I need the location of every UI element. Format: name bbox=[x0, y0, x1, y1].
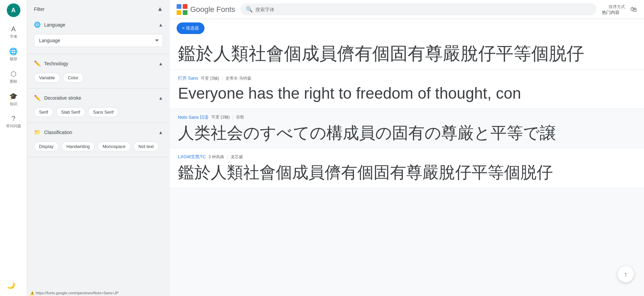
technology-icon: ✏️ bbox=[34, 60, 41, 67]
language-icon: 🌐 bbox=[34, 21, 41, 28]
decorative-stroke-chevron-icon: ▲ bbox=[158, 95, 163, 101]
chip-monospace[interactable]: Monospace bbox=[97, 142, 130, 151]
warning-icon: ⚠️ bbox=[30, 291, 35, 295]
font-card-1: Noto Sans 日语 可变 (1轴) | 谷歌 人类社会のすべての構成員の固… bbox=[170, 109, 644, 149]
filter-section-classification-label: Classification bbox=[44, 130, 72, 135]
filter-header: Filter ▲ bbox=[27, 0, 170, 15]
sidebar-item-label: 图标 bbox=[10, 79, 17, 84]
google-fonts-logo-icon bbox=[177, 4, 187, 15]
font-author-2: 龙芯威 bbox=[231, 154, 243, 160]
sort-label: 排序方式 bbox=[609, 4, 625, 10]
font-name-2[interactable]: LXGW文凯TC bbox=[178, 154, 206, 160]
chip-display[interactable]: Display bbox=[34, 142, 59, 151]
sort-select[interactable]: 热门内容 bbox=[602, 10, 625, 15]
svg-rect-1 bbox=[183, 4, 187, 9]
font-preview-1: 人类社会のすべての構成員の固有の尊厳と平等で譲 bbox=[178, 123, 636, 143]
font-name-1[interactable]: Noto Sans 日语 bbox=[178, 114, 209, 120]
font-author-0: 史蒂夫·马特森 bbox=[226, 76, 251, 81]
filter-section-classification-header[interactable]: 📁 Classification ▲ bbox=[34, 126, 163, 139]
scroll-up-button[interactable]: ↑ bbox=[618, 266, 634, 282]
filter-section-technology-header[interactable]: ✏️ Technology ▲ bbox=[34, 57, 163, 70]
font-card-top: 鑑於人類社會個成員儕有個固有尊嚴脫仔平等個脱仔 bbox=[170, 37, 644, 70]
font-preview-top: 鑑於人類社會個成員儕有個固有尊嚴脫仔平等個脱仔 bbox=[178, 43, 636, 64]
sidebar-item-label: 能登 bbox=[10, 56, 17, 62]
status-url: ⚠️ https://fonts.google.com/specimen/Not… bbox=[27, 290, 121, 296]
filter-title: Filter bbox=[34, 6, 44, 12]
filter-close-button[interactable]: ▲ bbox=[157, 5, 163, 13]
technology-chips: Variable Color bbox=[34, 70, 163, 84]
filter-section-language-header[interactable]: 🌐 Language ▲ bbox=[34, 18, 163, 31]
classification-icon: 📁 bbox=[34, 129, 41, 135]
language-select[interactable]: Language bbox=[34, 34, 163, 47]
filter-active-button[interactable]: × 筛选器 bbox=[177, 22, 204, 34]
classification-chevron-icon: ▲ bbox=[158, 130, 163, 135]
sidebar-item-label: 常问问题 bbox=[6, 124, 21, 129]
search-input[interactable] bbox=[255, 7, 591, 12]
avatar[interactable]: A bbox=[7, 3, 20, 17]
sidebar-item-label: 字体 bbox=[10, 34, 17, 39]
filter-section-language: 🌐 Language ▲ Language bbox=[27, 15, 170, 54]
svg-rect-0 bbox=[177, 4, 181, 9]
sidebar-item-faq[interactable]: ? 常问问题 bbox=[0, 112, 27, 131]
filter-section-technology: ✏️ Technology ▲ Variable Color bbox=[27, 54, 170, 88]
chip-sans-serif[interactable]: Sans Serif bbox=[88, 107, 119, 117]
font-name-0[interactable]: 打开 Sans bbox=[178, 75, 198, 81]
topbar: Google Fonts 🔍 排序方式 热门内容 🛍 bbox=[170, 0, 644, 19]
filter-section-classification: 📁 Classification ▲ Display Handwriting M… bbox=[27, 123, 170, 157]
font-list: 鑑於人類社會個成員儕有個固有尊嚴脫仔平等個脱仔 打开 Sans 可变 (3轴) … bbox=[170, 37, 644, 296]
filter-section-decorative-stroke-label: Decorative stroke bbox=[44, 95, 81, 101]
main-content: Google Fonts 🔍 排序方式 热门内容 🛍 × 筛选器 鑑於人類社會個… bbox=[170, 0, 644, 296]
font-preview-2: 鑑於人類社會個成員儕有個固有尊嚴脫仔平等個脱仔 bbox=[178, 163, 636, 182]
decorative-stroke-icon: ✏️ bbox=[34, 95, 41, 101]
chip-not-text[interactable]: Not text bbox=[133, 142, 159, 151]
globe-icon: 🌐 bbox=[9, 47, 18, 55]
font-sep-0: | bbox=[222, 76, 223, 81]
sidebar-item-knowledge[interactable]: 🌐 能登 bbox=[0, 45, 27, 64]
logo-area: Google Fonts bbox=[177, 4, 235, 15]
filter-section-language-label: Language bbox=[44, 22, 65, 28]
logo-text: Google Fonts bbox=[190, 5, 235, 14]
search-bar[interactable]: 🔍 bbox=[240, 3, 596, 15]
filter-section-decorative-stroke: ✏️ Decorative stroke ▲ Serif Slab Serif … bbox=[27, 88, 170, 123]
graduation-icon: 🎓 bbox=[9, 92, 18, 100]
chip-serif[interactable]: Serif bbox=[34, 107, 53, 117]
font-preview-0: Everyone has the right to freedom of tho… bbox=[178, 84, 636, 103]
font-sep-2: | bbox=[227, 154, 228, 159]
chip-variable[interactable]: Variable bbox=[34, 73, 60, 83]
chip-handwriting[interactable]: Handwriting bbox=[61, 142, 95, 151]
sidebar-item-fonts[interactable]: A 字体 bbox=[0, 22, 27, 42]
font-card-0: 打开 Sans 可变 (3轴) | 史蒂夫·马特森 Everyone has t… bbox=[170, 70, 644, 109]
technology-chevron-icon: ▲ bbox=[158, 61, 163, 66]
svg-rect-2 bbox=[177, 10, 181, 15]
sidebar-item-knowledge2[interactable]: 🎓 知识 bbox=[0, 89, 27, 109]
filter-active-bar: × 筛选器 bbox=[170, 19, 644, 37]
font-tags-2: 3 种风格 bbox=[209, 154, 224, 160]
font-tags-0: 可变 (3轴) bbox=[201, 76, 219, 81]
decorative-stroke-chips: Serif Slab Serif Sans Serif bbox=[34, 104, 163, 118]
language-chevron-icon: ▲ bbox=[158, 22, 163, 28]
sidebar-nav: A A 字体 🌐 能登 ⬡ 图标 🎓 知识 ? 常问问题 🌙 bbox=[0, 0, 27, 296]
filter-section-decorative-stroke-header[interactable]: ✏️ Decorative stroke ▲ bbox=[34, 91, 163, 104]
sidebar-item-icons[interactable]: ⬡ 图标 bbox=[0, 67, 27, 87]
font-card-1-meta: Noto Sans 日语 可变 (1轴) | 谷歌 bbox=[178, 114, 636, 120]
cart-icon[interactable]: 🛍 bbox=[630, 5, 637, 13]
font-card-2: LXGW文凯TC 3 种风格 | 龙芯威 鑑於人類社會個成員儕有個固有尊嚴脫仔平… bbox=[170, 148, 644, 188]
font-card-0-meta: 打开 Sans 可变 (3轴) | 史蒂夫·马特森 bbox=[178, 75, 636, 81]
sort-area: 排序方式 热门内容 bbox=[602, 4, 625, 15]
classification-chips: Display Handwriting Monospace Not text bbox=[34, 139, 163, 153]
font-author-1: 谷歌 bbox=[236, 114, 244, 120]
chip-slab-serif[interactable]: Slab Serif bbox=[56, 107, 85, 117]
svg-rect-3 bbox=[183, 10, 187, 15]
question-icon: ? bbox=[12, 115, 15, 122]
search-icon: 🔍 bbox=[246, 6, 253, 13]
dark-mode-button[interactable]: 🌙 bbox=[7, 281, 15, 289]
font-tags-1: 可变 (1轴) bbox=[211, 114, 230, 120]
fonts-icon: A bbox=[11, 25, 16, 33]
language-select-container: Language bbox=[34, 31, 163, 50]
font-card-2-meta: LXGW文凯TC 3 种风格 | 龙芯威 bbox=[178, 154, 636, 160]
icons-icon: ⬡ bbox=[11, 70, 16, 78]
font-sep-1: | bbox=[232, 115, 233, 120]
sidebar-item-label: 知识 bbox=[10, 101, 17, 106]
filter-section-technology-label: Technology bbox=[44, 61, 68, 66]
chip-color[interactable]: Color bbox=[63, 73, 84, 83]
